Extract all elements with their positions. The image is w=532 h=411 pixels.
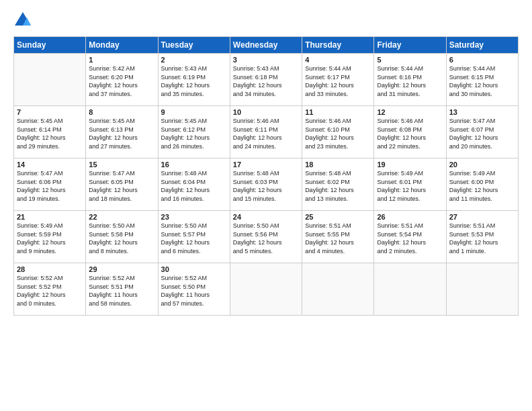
calendar-cell: 22Sunrise: 5:50 AM Sunset: 5:58 PM Dayli… — [86, 211, 158, 263]
weekday-friday: Friday — [374, 37, 446, 54]
calendar-cell: 16Sunrise: 5:48 AM Sunset: 6:04 PM Dayli… — [158, 158, 230, 211]
day-number: 5 — [377, 56, 443, 64]
calendar-cell: 17Sunrise: 5:48 AM Sunset: 6:03 PM Dayli… — [230, 158, 302, 211]
weekday-tuesday: Tuesday — [158, 37, 230, 54]
weekday-thursday: Thursday — [302, 37, 374, 54]
day-info: Sunrise: 5:43 AM Sunset: 6:18 PM Dayligh… — [233, 64, 299, 98]
day-number: 8 — [89, 108, 154, 116]
calendar-cell: 14Sunrise: 5:47 AM Sunset: 6:06 PM Dayli… — [14, 158, 86, 211]
day-number: 15 — [89, 161, 154, 169]
day-info: Sunrise: 5:51 AM Sunset: 5:53 PM Dayligh… — [449, 222, 515, 255]
day-info: Sunrise: 5:46 AM Sunset: 6:11 PM Dayligh… — [233, 117, 299, 150]
week-row-3: 21Sunrise: 5:49 AM Sunset: 5:59 PM Dayli… — [14, 211, 519, 263]
day-info: Sunrise: 5:42 AM Sunset: 6:20 PM Dayligh… — [89, 64, 154, 98]
day-info: Sunrise: 5:51 AM Sunset: 5:54 PM Dayligh… — [377, 222, 443, 255]
calendar-cell: 7Sunrise: 5:45 AM Sunset: 6:14 PM Daylig… — [14, 106, 86, 158]
calendar-cell — [230, 263, 302, 316]
day-info: Sunrise: 5:52 AM Sunset: 5:50 PM Dayligh… — [161, 274, 227, 308]
day-info: Sunrise: 5:44 AM Sunset: 6:16 PM Dayligh… — [377, 64, 443, 98]
day-info: Sunrise: 5:47 AM Sunset: 6:06 PM Dayligh… — [17, 169, 83, 203]
day-number: 19 — [377, 161, 443, 169]
calendar-cell: 5Sunrise: 5:44 AM Sunset: 6:16 PM Daylig… — [374, 54, 446, 106]
page-header — [13, 11, 519, 30]
day-info: Sunrise: 5:45 AM Sunset: 6:12 PM Dayligh… — [161, 117, 227, 150]
calendar-cell: 28Sunrise: 5:52 AM Sunset: 5:52 PM Dayli… — [14, 263, 86, 316]
day-number: 28 — [17, 265, 83, 273]
day-info: Sunrise: 5:47 AM Sunset: 6:05 PM Dayligh… — [89, 169, 154, 203]
day-number: 12 — [377, 108, 443, 116]
day-info: Sunrise: 5:46 AM Sunset: 6:10 PM Dayligh… — [305, 117, 371, 150]
weekday-monday: Monday — [86, 37, 158, 54]
calendar-cell: 8Sunrise: 5:45 AM Sunset: 6:13 PM Daylig… — [86, 106, 158, 158]
calendar-cell: 25Sunrise: 5:51 AM Sunset: 5:55 PM Dayli… — [302, 211, 374, 263]
day-number: 6 — [449, 56, 515, 64]
day-number: 26 — [377, 213, 443, 221]
calendar-cell: 9Sunrise: 5:45 AM Sunset: 6:12 PM Daylig… — [158, 106, 230, 158]
day-info: Sunrise: 5:45 AM Sunset: 6:13 PM Dayligh… — [89, 117, 154, 150]
day-number: 20 — [449, 161, 515, 169]
logo-icon — [13, 11, 32, 30]
day-number: 25 — [305, 213, 371, 221]
calendar-cell: 18Sunrise: 5:48 AM Sunset: 6:02 PM Dayli… — [302, 158, 374, 211]
week-row-4: 28Sunrise: 5:52 AM Sunset: 5:52 PM Dayli… — [14, 263, 519, 316]
calendar-cell — [374, 263, 446, 316]
day-number: 1 — [89, 56, 154, 64]
calendar-cell: 24Sunrise: 5:50 AM Sunset: 5:56 PM Dayli… — [230, 211, 302, 263]
day-number: 22 — [89, 213, 154, 221]
day-number: 24 — [233, 213, 299, 221]
day-number: 18 — [305, 161, 371, 169]
calendar-cell: 27Sunrise: 5:51 AM Sunset: 5:53 PM Dayli… — [446, 211, 518, 263]
week-row-0: 1Sunrise: 5:42 AM Sunset: 6:20 PM Daylig… — [14, 54, 519, 106]
calendar-cell: 26Sunrise: 5:51 AM Sunset: 5:54 PM Dayli… — [374, 211, 446, 263]
weekday-header-row: SundayMondayTuesdayWednesdayThursdayFrid… — [14, 37, 519, 54]
calendar-cell: 10Sunrise: 5:46 AM Sunset: 6:11 PM Dayli… — [230, 106, 302, 158]
day-info: Sunrise: 5:44 AM Sunset: 6:15 PM Dayligh… — [449, 64, 515, 98]
calendar-cell: 3Sunrise: 5:43 AM Sunset: 6:18 PM Daylig… — [230, 54, 302, 106]
day-number: 27 — [449, 213, 515, 221]
day-info: Sunrise: 5:49 AM Sunset: 6:01 PM Dayligh… — [377, 169, 443, 203]
day-info: Sunrise: 5:48 AM Sunset: 6:04 PM Dayligh… — [161, 169, 227, 203]
calendar-cell: 13Sunrise: 5:47 AM Sunset: 6:07 PM Dayli… — [446, 106, 518, 158]
weekday-sunday: Sunday — [14, 37, 86, 54]
day-info: Sunrise: 5:48 AM Sunset: 6:02 PM Dayligh… — [305, 169, 371, 203]
week-row-2: 14Sunrise: 5:47 AM Sunset: 6:06 PM Dayli… — [14, 158, 519, 211]
day-info: Sunrise: 5:49 AM Sunset: 5:59 PM Dayligh… — [17, 222, 83, 255]
day-number: 30 — [161, 265, 227, 273]
calendar-cell — [302, 263, 374, 316]
day-info: Sunrise: 5:49 AM Sunset: 6:00 PM Dayligh… — [449, 169, 515, 203]
day-number: 23 — [161, 213, 227, 221]
day-info: Sunrise: 5:50 AM Sunset: 5:57 PM Dayligh… — [161, 222, 227, 255]
calendar-cell: 15Sunrise: 5:47 AM Sunset: 6:05 PM Dayli… — [86, 158, 158, 211]
calendar-cell — [446, 263, 518, 316]
calendar-cell: 21Sunrise: 5:49 AM Sunset: 5:59 PM Dayli… — [14, 211, 86, 263]
calendar-cell: 11Sunrise: 5:46 AM Sunset: 6:10 PM Dayli… — [302, 106, 374, 158]
calendar-body: 1Sunrise: 5:42 AM Sunset: 6:20 PM Daylig… — [14, 54, 519, 316]
day-number: 3 — [233, 56, 299, 64]
day-number: 2 — [161, 56, 227, 64]
calendar-cell — [14, 54, 86, 106]
day-number: 10 — [233, 108, 299, 116]
logo — [13, 11, 35, 30]
calendar-cell: 4Sunrise: 5:44 AM Sunset: 6:17 PM Daylig… — [302, 54, 374, 106]
day-info: Sunrise: 5:51 AM Sunset: 5:55 PM Dayligh… — [305, 222, 371, 255]
day-info: Sunrise: 5:43 AM Sunset: 6:19 PM Dayligh… — [161, 64, 227, 98]
day-number: 17 — [233, 161, 299, 169]
day-info: Sunrise: 5:50 AM Sunset: 5:58 PM Dayligh… — [89, 222, 154, 255]
day-number: 14 — [17, 161, 83, 169]
calendar-cell: 2Sunrise: 5:43 AM Sunset: 6:19 PM Daylig… — [158, 54, 230, 106]
calendar-cell: 30Sunrise: 5:52 AM Sunset: 5:50 PM Dayli… — [158, 263, 230, 316]
day-info: Sunrise: 5:46 AM Sunset: 6:08 PM Dayligh… — [377, 117, 443, 150]
day-number: 13 — [449, 108, 515, 116]
day-number: 21 — [17, 213, 83, 221]
day-number: 16 — [161, 161, 227, 169]
day-info: Sunrise: 5:48 AM Sunset: 6:03 PM Dayligh… — [233, 169, 299, 203]
day-info: Sunrise: 5:44 AM Sunset: 6:17 PM Dayligh… — [305, 64, 371, 98]
day-number: 9 — [161, 108, 227, 116]
day-info: Sunrise: 5:45 AM Sunset: 6:14 PM Dayligh… — [17, 117, 83, 150]
calendar-cell: 6Sunrise: 5:44 AM Sunset: 6:15 PM Daylig… — [446, 54, 518, 106]
day-number: 29 — [89, 265, 154, 273]
day-number: 7 — [17, 108, 83, 116]
day-info: Sunrise: 5:50 AM Sunset: 5:56 PM Dayligh… — [233, 222, 299, 255]
calendar-cell: 20Sunrise: 5:49 AM Sunset: 6:00 PM Dayli… — [446, 158, 518, 211]
calendar-cell: 19Sunrise: 5:49 AM Sunset: 6:01 PM Dayli… — [374, 158, 446, 211]
